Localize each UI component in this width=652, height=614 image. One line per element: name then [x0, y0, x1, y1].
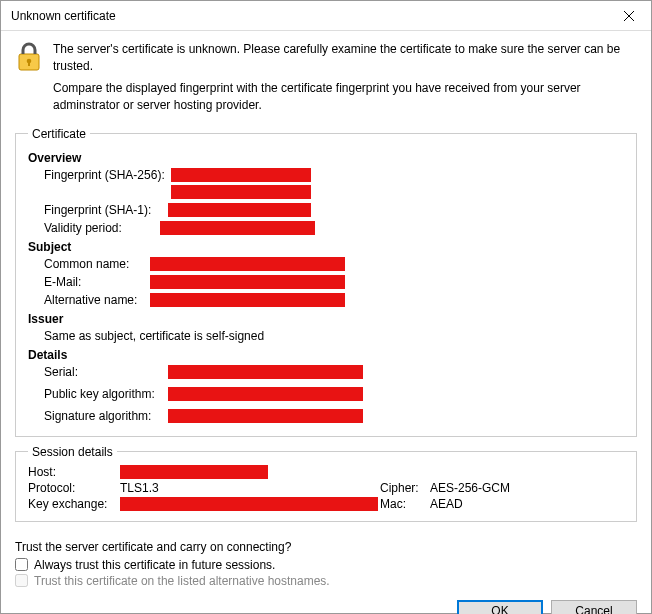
pubkey-value	[168, 387, 363, 401]
protocol-label: Protocol:	[28, 481, 120, 495]
serial-value	[168, 365, 363, 379]
always-trust-row[interactable]: Always trust this certificate in future …	[15, 558, 637, 572]
validity-value	[160, 221, 315, 235]
always-trust-checkbox[interactable]	[15, 558, 28, 571]
fingerprint-sha256-label: Fingerprint (SHA-256):	[44, 168, 165, 182]
subject-header: Subject	[28, 240, 624, 254]
trust-question: Trust the server certificate and carry o…	[15, 540, 637, 554]
alt-name-label: Alternative name:	[44, 293, 144, 307]
close-icon	[624, 11, 634, 21]
email-label: E-Mail:	[44, 275, 144, 289]
trust-alt-row: Trust this certificate on the listed alt…	[15, 574, 637, 588]
intro-line-1: The server's certificate is unknown. Ple…	[53, 41, 637, 76]
trust-alt-checkbox	[15, 574, 28, 587]
close-button[interactable]	[606, 1, 651, 31]
fingerprint-sha1-value	[168, 203, 311, 217]
key-exchange-value	[120, 497, 378, 511]
sig-value	[168, 409, 363, 423]
validity-label: Validity period:	[44, 221, 122, 235]
cipher-value: AES-256-GCM	[430, 481, 624, 495]
session-legend: Session details	[28, 445, 117, 459]
alt-name-value	[150, 293, 345, 307]
session-group: Session details Host: Protocol: TLS1.3 C…	[15, 445, 637, 522]
fingerprint-sha256-value-2	[171, 185, 311, 199]
intro-line-2: Compare the displayed fingerprint with t…	[53, 80, 637, 115]
host-value	[120, 465, 268, 479]
button-row: OK Cancel	[1, 590, 651, 614]
common-name-value	[150, 257, 345, 271]
common-name-label: Common name:	[44, 257, 144, 271]
issuer-header: Issuer	[28, 312, 624, 326]
certificate-legend: Certificate	[28, 127, 90, 141]
always-trust-label: Always trust this certificate in future …	[34, 558, 275, 572]
protocol-value: TLS1.3	[120, 481, 380, 495]
certificate-dialog: Unknown certificate The server's certifi…	[0, 0, 652, 614]
ok-button[interactable]: OK	[457, 600, 543, 614]
trust-alt-label: Trust this certificate on the listed alt…	[34, 574, 330, 588]
dialog-body: The server's certificate is unknown. Ple…	[1, 31, 651, 590]
host-label: Host:	[28, 465, 120, 479]
mac-label: Mac:	[380, 497, 430, 511]
issuer-text: Same as subject, certificate is self-sig…	[44, 329, 264, 343]
titlebar: Unknown certificate	[1, 1, 651, 31]
fingerprint-sha1-label: Fingerprint (SHA-1):	[44, 203, 151, 217]
certificate-group: Certificate Overview Fingerprint (SHA-25…	[15, 127, 637, 437]
cipher-label: Cipher:	[380, 481, 430, 495]
fingerprint-sha256-value	[171, 168, 311, 182]
details-header: Details	[28, 348, 624, 362]
pubkey-label: Public key algorithm:	[44, 387, 162, 401]
intro: The server's certificate is unknown. Ple…	[15, 41, 637, 119]
window-title: Unknown certificate	[11, 9, 606, 23]
svg-rect-2	[28, 62, 30, 66]
email-value	[150, 275, 345, 289]
mac-value: AEAD	[430, 497, 624, 511]
intro-text: The server's certificate is unknown. Ple…	[53, 41, 637, 119]
sig-label: Signature algorithm:	[44, 409, 162, 423]
lock-warning-icon	[15, 41, 43, 119]
serial-label: Serial:	[44, 365, 162, 379]
overview-header: Overview	[28, 151, 624, 165]
cancel-button[interactable]: Cancel	[551, 600, 637, 614]
key-exchange-label: Key exchange:	[28, 497, 120, 511]
footer: Trust the server certificate and carry o…	[15, 530, 637, 590]
